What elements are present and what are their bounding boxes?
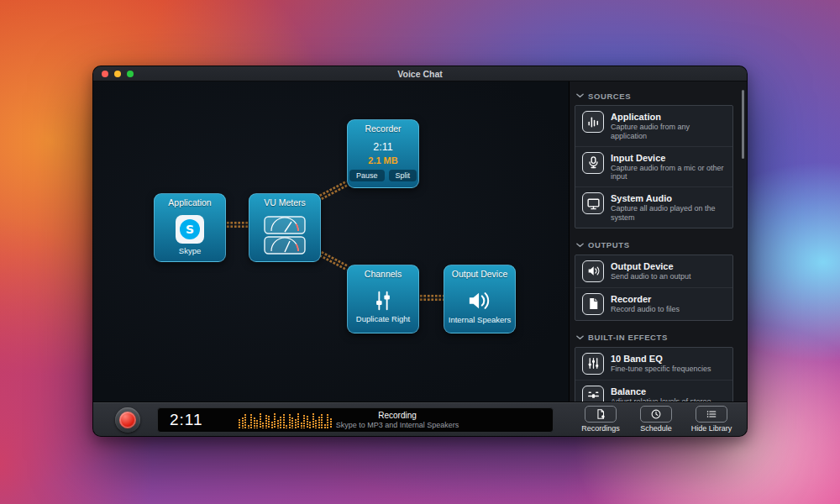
clock-icon bbox=[640, 406, 672, 423]
status-detail: Skype to MP3 and Internal Speakers bbox=[301, 421, 494, 429]
section-title: SOURCES bbox=[588, 92, 631, 101]
sliders-icon bbox=[370, 290, 396, 312]
chevron-down-icon bbox=[576, 93, 584, 98]
item-desc: Record audio to files bbox=[611, 305, 680, 314]
item-name: Input Device bbox=[611, 153, 726, 163]
item-name: Balance bbox=[611, 386, 726, 396]
library-sidebar: SOURCES Application Capture audio from a… bbox=[569, 81, 747, 402]
schedule-button[interactable]: Schedule bbox=[633, 406, 680, 433]
status-readout: Recording Skype to MP3 and Internal Spea… bbox=[301, 411, 494, 429]
recorder-file-size: 2.1 MB bbox=[368, 155, 397, 165]
main-content: Recorder 2:11 2.1 MB Pause Split Applica… bbox=[93, 81, 747, 402]
section-header[interactable]: OUTPUTS bbox=[576, 239, 747, 251]
transport-bar: 2:11 Recording Skype to MP3 and Internal… bbox=[93, 402, 747, 437]
window-titlebar: Voice Chat bbox=[93, 66, 747, 81]
block-output-device[interactable]: Output Device Internal Speakers bbox=[444, 265, 516, 333]
split-button[interactable]: Split bbox=[389, 170, 417, 181]
library-item-10-band-eq[interactable]: 10 Band EQ Fine-tune specific frequencie… bbox=[575, 348, 732, 380]
library-item-input-device[interactable]: Input Device Capture audio from a mic or… bbox=[575, 146, 732, 187]
recording-time: 2:11 bbox=[170, 408, 203, 432]
section-title: OUTPUTS bbox=[588, 240, 630, 249]
section-card: 10 Band EQ Fine-tune specific frequencie… bbox=[575, 347, 733, 402]
item-name: Output Device bbox=[611, 261, 691, 271]
item-desc: Capture audio from a mic or other input bbox=[611, 164, 726, 182]
item-name: 10 Band EQ bbox=[611, 354, 711, 364]
speaker-icon bbox=[582, 260, 604, 282]
footer-buttons: Recordings Schedule Hide Library bbox=[577, 406, 735, 433]
item-desc: Capture audio from any application bbox=[611, 123, 726, 141]
recordings-icon bbox=[585, 406, 617, 423]
recordings-button[interactable]: Recordings bbox=[577, 406, 624, 433]
footer-button-label: Hide Library bbox=[691, 424, 732, 433]
item-name: Application bbox=[611, 112, 726, 122]
block-channels[interactable]: Channels Duplicate Right bbox=[347, 265, 419, 333]
sidebar-sections: SOURCES Application Capture audio from a… bbox=[570, 81, 747, 402]
block-vu-meters[interactable]: VU Meters bbox=[249, 193, 321, 262]
section-header[interactable]: SOURCES bbox=[576, 90, 747, 102]
skype-app-icon: S bbox=[176, 215, 204, 244]
library-item-output-device[interactable]: Output Device Send audio to an output bbox=[575, 255, 732, 287]
recorder-elapsed-time: 2:11 bbox=[373, 141, 392, 153]
speaker-icon bbox=[466, 289, 493, 312]
connector-application-vumeters bbox=[226, 221, 249, 228]
chevron-down-icon bbox=[576, 243, 584, 248]
eq-icon bbox=[582, 353, 604, 375]
footer-button-label: Schedule bbox=[640, 424, 672, 433]
section-sources: SOURCES Application Capture audio from a… bbox=[570, 90, 747, 228]
library-item-recorder[interactable]: Recorder Record audio to files bbox=[575, 287, 732, 320]
channels-mode: Duplicate Right bbox=[356, 314, 410, 323]
chevron-down-icon bbox=[576, 335, 584, 340]
item-desc: Capture all audio played on the system bbox=[611, 204, 726, 223]
pause-button[interactable]: Pause bbox=[349, 170, 385, 181]
item-desc: Fine-tune specific frequencies bbox=[611, 365, 711, 374]
application-name: Skype bbox=[179, 246, 201, 255]
timer-display: 2:11 Recording Skype to MP3 and Internal… bbox=[157, 407, 554, 433]
section-outputs: OUTPUTS Output Device Send audio to an o… bbox=[570, 239, 747, 321]
hide-library-button[interactable]: Hide Library bbox=[688, 406, 735, 433]
block-recorder[interactable]: Recorder 2:11 2.1 MB Pause Split bbox=[347, 119, 419, 188]
svg-text:S: S bbox=[186, 223, 194, 236]
block-application[interactable]: Application S Skype bbox=[154, 193, 226, 262]
list-icon bbox=[696, 406, 727, 423]
connector-channels-output bbox=[419, 294, 444, 302]
sidebar-scrollbar[interactable] bbox=[742, 90, 744, 159]
section-title: BUILT-IN EFFECTS bbox=[588, 333, 668, 342]
section-card: Output Device Send audio to an output Re… bbox=[575, 255, 733, 321]
library-item-application[interactable]: Application Capture audio from any appli… bbox=[575, 106, 732, 146]
window-title: Voice Chat bbox=[93, 69, 747, 79]
output-device-name: Internal Speakers bbox=[449, 315, 511, 324]
section-built-in-effects: BUILT-IN EFFECTS 10 Band EQ Fine-tune sp… bbox=[570, 332, 747, 402]
desktop-wallpaper: Voice Chat Recorder 2:11 2.1 MB Pause bbox=[0, 0, 840, 504]
app-window: Voice Chat Recorder 2:11 2.1 MB Pause bbox=[92, 66, 748, 437]
file-icon bbox=[582, 293, 604, 315]
waveform-icon bbox=[582, 111, 604, 133]
item-desc: Send audio to an output bbox=[611, 272, 691, 281]
item-name: Recorder bbox=[611, 294, 680, 304]
library-item-system-audio[interactable]: System Audio Capture all audio played on… bbox=[575, 186, 732, 228]
status-title: Recording bbox=[301, 411, 494, 420]
section-header[interactable]: BUILT-IN EFFECTS bbox=[576, 332, 747, 344]
display-icon bbox=[582, 192, 604, 214]
balance-icon bbox=[582, 386, 604, 402]
record-button[interactable] bbox=[115, 407, 140, 433]
vu-meter-icon bbox=[264, 216, 306, 255]
section-card: Application Capture audio from any appli… bbox=[575, 105, 733, 228]
pipeline-canvas: Recorder 2:11 2.1 MB Pause Split Applica… bbox=[93, 81, 569, 402]
library-item-balance[interactable]: Balance Adjust relative levels of stereo… bbox=[575, 380, 732, 402]
footer-button-label: Recordings bbox=[581, 424, 620, 433]
item-name: System Audio bbox=[611, 193, 726, 203]
mic-icon bbox=[582, 152, 604, 174]
